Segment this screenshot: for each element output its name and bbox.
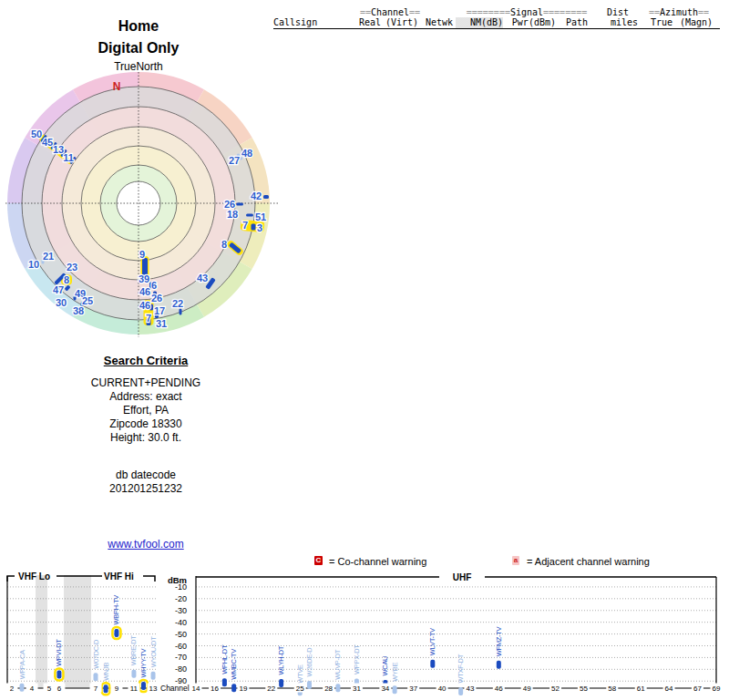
search-criteria: Search Criteria CURRENT+PENDINGAddress: … [36, 354, 255, 496]
station-label: WFMZ-TV [495, 626, 503, 656]
channel-tick-label: 4 [30, 685, 35, 693]
channel-tick-label: 40 [438, 685, 447, 693]
radar-channel-label: 42 [251, 190, 262, 201]
channel-tick-label: 43 [466, 685, 474, 693]
tvfool-link[interactable]: www.tvfool.com [108, 538, 183, 551]
radar-channel-label: 46 [139, 286, 150, 297]
channel-tick-label: 19 [240, 685, 248, 693]
radar-channel-label: 7 [146, 313, 151, 324]
station-marker [430, 660, 435, 668]
station-label: WHYY-TV [139, 648, 148, 677]
radar-channel-label: 18 [227, 209, 238, 220]
dbm-tick-label: -80 [175, 664, 187, 674]
station-marker [222, 678, 227, 686]
radar-channel-label: 46 [139, 300, 150, 311]
channel-tick-label: 55 [580, 685, 588, 693]
col-real: Real [357, 17, 381, 28]
radar-channel-label: 17 [154, 305, 165, 316]
channel-tick-label: 22 [267, 685, 275, 693]
col-miles: miles [598, 17, 638, 28]
station-marker [263, 195, 269, 199]
station-marker [279, 679, 283, 687]
station-label: WMBC-TV [230, 649, 238, 680]
station-label: WLYH-DT [277, 645, 285, 674]
station-label: WTXF-DT [457, 654, 465, 683]
channel-tick-label: 64 [665, 685, 673, 693]
channel-tick-label: 13 [149, 685, 158, 693]
channel-tick-label: 49 [523, 685, 531, 693]
channel-tick-label: 69 [713, 685, 721, 693]
station-marker [141, 682, 146, 690]
dbm-tick-label: -50 [175, 630, 187, 639]
radar-channel-label: 50 [31, 129, 42, 139]
warning-legend: C = Co-channel warning a = Adjacent chan… [301, 556, 722, 570]
db-datecode: db datecode201201251232 [36, 468, 255, 496]
channel-tick-label: 61 [637, 685, 645, 693]
search-criteria-title: Search Criteria [36, 354, 255, 367]
radar-channel-label: 6 [151, 280, 157, 291]
radar-channel-label: 23 [67, 262, 77, 273]
station-label: WCAU [381, 656, 389, 676]
channel-tick-label: 9 [115, 685, 119, 693]
vhf-hi-label: VHF Hi [104, 572, 134, 582]
station-marker [151, 672, 156, 680]
channel-tick-label: 31 [353, 685, 361, 693]
col-true: True [638, 17, 673, 28]
radar-channel-label: 7 [242, 220, 248, 231]
radar-subtitle: Digital Only [0, 40, 277, 57]
azimuth-group-header: ==Azimuth== [638, 7, 720, 17]
station-marker [307, 681, 312, 689]
station-label: WBPH-TV [112, 595, 120, 625]
column-header-row: Callsign Real (Virt) Netwk NM(dB) Pwr(dB… [273, 17, 720, 28]
channel-tick-label: 37 [409, 685, 417, 693]
station-marker [246, 214, 253, 217]
channel-tick-label: 2 [10, 685, 15, 693]
col-callsign: Callsign [273, 17, 357, 28]
channel-axis-label: Channel [160, 684, 190, 693]
station-marker [393, 685, 397, 694]
channel-tick-label: 5 [47, 685, 52, 693]
station-marker [104, 685, 108, 693]
radar-channel-label: 8 [64, 274, 69, 285]
station-marker [231, 684, 236, 692]
vhf-lo-label: VHF Lo [18, 572, 50, 582]
channel-tick-label: 11 [130, 685, 139, 693]
col-pwr: Pwr(dBm) [503, 17, 556, 28]
station-label: WTVE [296, 664, 304, 684]
radar-channel-label: 47 [53, 284, 64, 295]
channel-tick-label: 28 [324, 685, 333, 693]
channel-tick-label: 7 [94, 685, 98, 693]
channel-tick-label: 16 [210, 685, 219, 693]
signal-group-header: ========Signal======== [456, 7, 598, 17]
station-label: WPHL-DT [221, 644, 229, 674]
col-netwk: Netwk [423, 17, 456, 28]
spectrum-gap-band [64, 575, 91, 688]
station-label: WYBE [391, 662, 399, 681]
channel-tick-label: 34 [381, 685, 389, 693]
col-magn: (Magn) [673, 17, 720, 28]
station-marker [20, 684, 25, 692]
signal-table: ==Channel== ========Signal======== Dist … [273, 7, 720, 29]
radar-channel-label: 3 [257, 222, 262, 233]
station-marker [497, 661, 501, 669]
criteria-line: Height: 30.0 ft. [36, 431, 255, 445]
station-marker [114, 629, 118, 637]
radar-channel-label: 48 [241, 148, 252, 159]
station-marker [335, 684, 340, 692]
dbm-tick-label: -30 [175, 606, 187, 615]
station-marker [94, 673, 98, 681]
co-channel-text: = Co-channel warning [329, 556, 426, 567]
station-label: WPVI-DT [55, 639, 63, 666]
station-marker [236, 203, 243, 206]
radar-channel-label: 38 [73, 305, 84, 316]
radar-channel-label: 10 [28, 259, 39, 270]
col-nm: NM(dB) [456, 17, 503, 28]
col-virt: (Virt) [381, 17, 423, 28]
dbm-tick-label: -20 [175, 594, 187, 603]
radar-channel-label: 43 [197, 273, 208, 283]
radar-chart: N504513112748422618517384321102384749302… [0, 68, 292, 355]
uhf-label: UHF [453, 572, 472, 582]
channel-tick-label: 58 [608, 685, 616, 693]
channel-tick-label: 46 [495, 685, 503, 693]
channel-tick-label: 25 [296, 685, 304, 693]
